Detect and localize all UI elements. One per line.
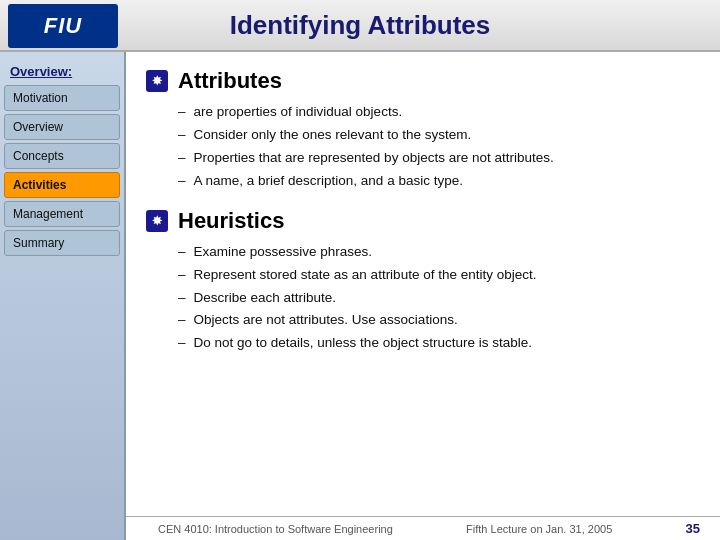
attributes-title: Attributes [178, 68, 282, 94]
list-item: – Represent stored state as an attribute… [178, 265, 700, 286]
attributes-section: ✸ Attributes – are properties of individ… [146, 68, 700, 192]
heur-item-4: Objects are not attributes. Use associat… [194, 310, 458, 331]
heur-item-1: Examine possessive phrases. [194, 242, 373, 263]
list-item: – A name, a brief description, and a bas… [178, 171, 700, 192]
sidebar-item-motivation[interactable]: Motivation [4, 85, 120, 111]
page-number: 35 [686, 521, 700, 536]
sidebar-item-activities[interactable]: Activities [4, 172, 120, 198]
heuristics-section: ✸ Heuristics – Examine possessive phrase… [146, 208, 700, 355]
attributes-body: – are properties of individual objects. … [146, 102, 700, 192]
footer-right: Fifth Lecture on Jan. 31, 2005 [466, 523, 612, 535]
attr-item-1: are properties of individual objects. [194, 102, 403, 123]
main-layout: Overview: Motivation Overview Concepts A… [0, 52, 720, 540]
dash-icon: – [178, 125, 186, 146]
heur-item-3: Describe each attribute. [194, 288, 337, 309]
heuristics-header: ✸ Heuristics [146, 208, 700, 234]
dash-icon: – [178, 333, 186, 354]
dash-icon: – [178, 310, 186, 331]
list-item: – Describe each attribute. [178, 288, 700, 309]
heuristics-bullet: ✸ [146, 210, 168, 232]
sidebar-item-overview[interactable]: Overview [4, 114, 120, 140]
logo: FIU [8, 4, 118, 48]
list-item: – Objects are not attributes. Use associ… [178, 310, 700, 331]
dash-icon: – [178, 288, 186, 309]
list-item: – Consider only the ones relevant to the… [178, 125, 700, 146]
dash-icon: – [178, 148, 186, 169]
logo-text: FIU [44, 13, 82, 39]
heur-item-2: Represent stored state as an attribute o… [194, 265, 537, 286]
dash-icon: – [178, 171, 186, 192]
list-item: – are properties of individual objects. [178, 102, 700, 123]
page-title: Identifying Attributes [230, 10, 490, 41]
attr-item-2: Consider only the ones relevant to the s… [194, 125, 472, 146]
heur-item-5: Do not go to details, unless the object … [194, 333, 532, 354]
attributes-header: ✸ Attributes [146, 68, 700, 94]
heuristics-title: Heuristics [178, 208, 284, 234]
sidebar-item-management[interactable]: Management [4, 201, 120, 227]
header: FIU Identifying Attributes [0, 0, 720, 52]
footer: CEN 4010: Introduction to Software Engin… [126, 516, 720, 540]
heuristics-body: – Examine possessive phrases. – Represen… [146, 242, 700, 355]
content-area: ✸ Attributes – are properties of individ… [126, 52, 720, 516]
sidebar-label: Overview: [4, 60, 120, 85]
dash-icon: – [178, 242, 186, 263]
footer-left: CEN 4010: Introduction to Software Engin… [158, 523, 393, 535]
list-item: – Do not go to details, unless the objec… [178, 333, 700, 354]
attr-item-4: A name, a brief description, and a basic… [194, 171, 463, 192]
sidebar-item-summary[interactable]: Summary [4, 230, 120, 256]
dash-icon: – [178, 265, 186, 286]
attr-item-3: Properties that are represented by objec… [194, 148, 554, 169]
sidebar: Overview: Motivation Overview Concepts A… [0, 52, 126, 540]
dash-icon: – [178, 102, 186, 123]
list-item: – Properties that are represented by obj… [178, 148, 700, 169]
sidebar-item-concepts[interactable]: Concepts [4, 143, 120, 169]
attributes-bullet: ✸ [146, 70, 168, 92]
list-item: – Examine possessive phrases. [178, 242, 700, 263]
